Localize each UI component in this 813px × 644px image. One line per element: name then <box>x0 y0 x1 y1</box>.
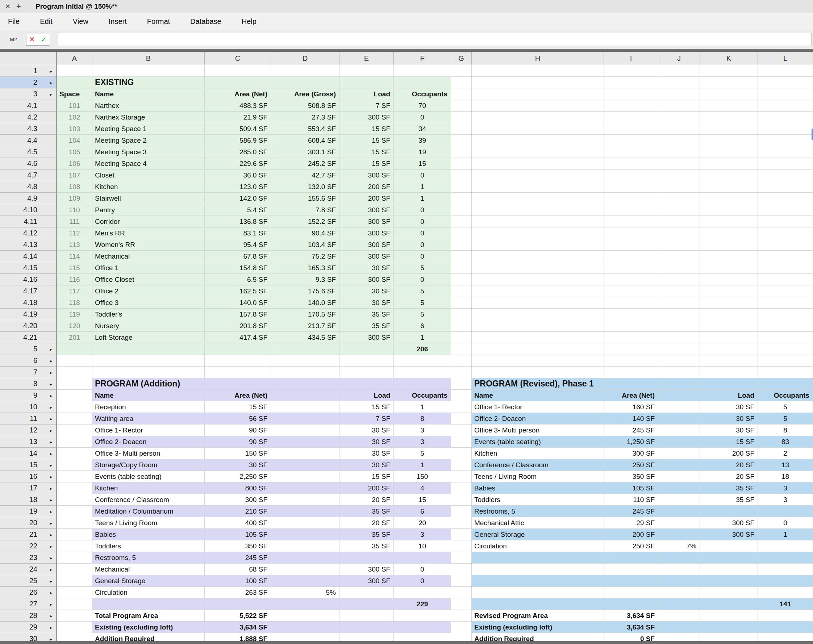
cell-F10[interactable]: 1 <box>394 401 451 413</box>
cell-E29[interactable] <box>339 621 394 633</box>
cell-L18[interactable]: 3 <box>758 494 813 506</box>
cell-C20[interactable]: 400 SF <box>205 517 271 529</box>
cell-E13[interactable]: 30 SF <box>339 436 394 448</box>
row-disclosure-icon[interactable]: ▸ <box>50 463 52 467</box>
cell-F16[interactable]: 150 <box>394 471 451 483</box>
document-tab-title[interactable]: Program Initial @ 150%** <box>35 3 117 11</box>
cell-D4.20[interactable]: 213.7 SF <box>271 320 339 332</box>
cell-K13[interactable]: 15 SF <box>700 436 758 448</box>
row-header-6[interactable]: 6▸ <box>0 355 57 366</box>
cell-J4.12[interactable] <box>658 227 700 239</box>
row-disclosure-icon[interactable]: ▸ <box>50 428 52 432</box>
column-header-B[interactable]: B <box>92 52 205 65</box>
cell-H4.9[interactable] <box>472 193 604 204</box>
cell-G28[interactable] <box>451 610 472 621</box>
cell-K4.8[interactable] <box>700 181 758 193</box>
row-header-4.10[interactable]: 4.10 <box>0 204 57 216</box>
cell-B4.18[interactable]: Office 3 <box>92 297 205 308</box>
cell-D4.7[interactable]: 42.7 SF <box>271 170 339 181</box>
cell-D4.8[interactable]: 132.0 SF <box>271 181 339 193</box>
cell-K4.2[interactable] <box>700 112 758 123</box>
cell-D12[interactable] <box>271 425 339 436</box>
cell-J4.10[interactable] <box>658 204 700 216</box>
cell-E22[interactable]: 35 SF <box>339 540 394 552</box>
cell-I19[interactable]: 245 SF <box>604 506 658 517</box>
row-header-4.15[interactable]: 4.15 <box>0 262 57 274</box>
cell-K4.14[interactable] <box>700 251 758 262</box>
cell-K7[interactable] <box>700 366 758 378</box>
cell-C9[interactable]: Area (Net) <box>205 390 271 401</box>
cell-I11[interactable]: 140 SF <box>604 413 658 425</box>
cell-E16[interactable]: 15 SF <box>339 471 394 483</box>
cell-K22[interactable] <box>700 540 758 552</box>
row-header-4.18[interactable]: 4.18 <box>0 297 57 308</box>
cell-C15[interactable]: 30 SF <box>205 459 271 471</box>
cell-D4.3[interactable]: 553.4 SF <box>271 123 339 135</box>
cell-B13[interactable]: Office 2- Deacon <box>92 436 205 448</box>
cell-L4.13[interactable] <box>758 239 813 251</box>
cell-J5[interactable] <box>658 343 700 355</box>
cell-K21[interactable]: 300 SF <box>700 529 758 540</box>
cell-C4.12[interactable]: 83.1 SF <box>205 227 271 239</box>
cell-B4.5[interactable]: Meeting Space 3 <box>92 146 205 158</box>
cell-H4.17[interactable] <box>472 285 604 297</box>
cell-E25[interactable]: 300 SF <box>339 575 394 587</box>
cell-J11[interactable] <box>658 413 700 425</box>
cell-I3[interactable] <box>604 88 658 100</box>
cell-H2[interactable] <box>472 77 604 88</box>
row-header-12[interactable]: 12▸ <box>0 425 57 436</box>
cell-I25[interactable] <box>604 575 658 587</box>
cell-A4.5[interactable]: 105 <box>57 146 92 158</box>
cell-C16[interactable]: 2,250 SF <box>205 471 271 483</box>
cell-H21[interactable]: General Storage <box>472 529 604 540</box>
row-header-27[interactable]: 27▸ <box>0 598 57 610</box>
menu-item-help[interactable]: Help <box>242 17 256 26</box>
cell-A19[interactable] <box>57 506 92 517</box>
cell-G4.16[interactable] <box>451 274 472 285</box>
cell-E4.15[interactable]: 30 SF <box>339 262 394 274</box>
cell-I23[interactable] <box>604 552 658 564</box>
cell-B4.14[interactable]: Mechanical <box>92 251 205 262</box>
cell-J4.16[interactable] <box>658 274 700 285</box>
cell-I21[interactable]: 200 SF <box>604 529 658 540</box>
cell-L28[interactable] <box>758 610 813 621</box>
row-disclosure-icon[interactable]: ▸ <box>50 347 52 351</box>
cell-L24[interactable] <box>758 564 813 575</box>
cell-K4.7[interactable] <box>700 170 758 181</box>
cell-L4.9[interactable] <box>758 193 813 204</box>
cell-G3[interactable] <box>451 88 472 100</box>
cell-K12[interactable]: 30 SF <box>700 425 758 436</box>
cell-K4.10[interactable] <box>700 204 758 216</box>
cell-I29[interactable]: 3,634 SF <box>604 621 658 633</box>
cell-B14[interactable]: Office 3- Multi person <box>92 448 205 459</box>
cell-E27[interactable] <box>339 598 394 610</box>
cell-A13[interactable] <box>57 436 92 448</box>
cell-G26[interactable] <box>451 587 472 598</box>
cell-I1[interactable] <box>604 65 658 77</box>
cell-H4.20[interactable] <box>472 320 604 332</box>
row-header-4.5[interactable]: 4.5 <box>0 146 57 158</box>
cell-K4.5[interactable] <box>700 146 758 158</box>
cell-K4.3[interactable] <box>700 123 758 135</box>
row-header-22[interactable]: 22▸ <box>0 540 57 552</box>
row-header-21[interactable]: 21▸ <box>0 529 57 540</box>
cell-I4.4[interactable] <box>604 135 658 146</box>
cell-G17[interactable] <box>451 483 472 494</box>
cell-H4.19[interactable] <box>472 308 604 320</box>
row-header-4.14[interactable]: 4.14 <box>0 251 57 262</box>
cell-K16[interactable]: 20 SF <box>700 471 758 483</box>
cell-E5[interactable] <box>339 343 394 355</box>
column-header-L[interactable]: L <box>758 52 813 65</box>
row-header-13[interactable]: 13▸ <box>0 436 57 448</box>
row-disclosure-icon[interactable]: ▸ <box>50 405 52 409</box>
cell-C4.10[interactable]: 5.4 SF <box>205 204 271 216</box>
cell-D18[interactable] <box>271 494 339 506</box>
row-disclosure-icon[interactable]: ▸ <box>50 358 52 363</box>
cell-E4.1[interactable]: 7 SF <box>339 100 394 112</box>
cell-B7[interactable] <box>92 366 205 378</box>
cell-L4.1[interactable] <box>758 100 813 112</box>
row-header-4.13[interactable]: 4.13 <box>0 239 57 251</box>
cell-K5[interactable] <box>700 343 758 355</box>
cell-L4.10[interactable] <box>758 204 813 216</box>
cell-L21[interactable]: 1 <box>758 529 813 540</box>
